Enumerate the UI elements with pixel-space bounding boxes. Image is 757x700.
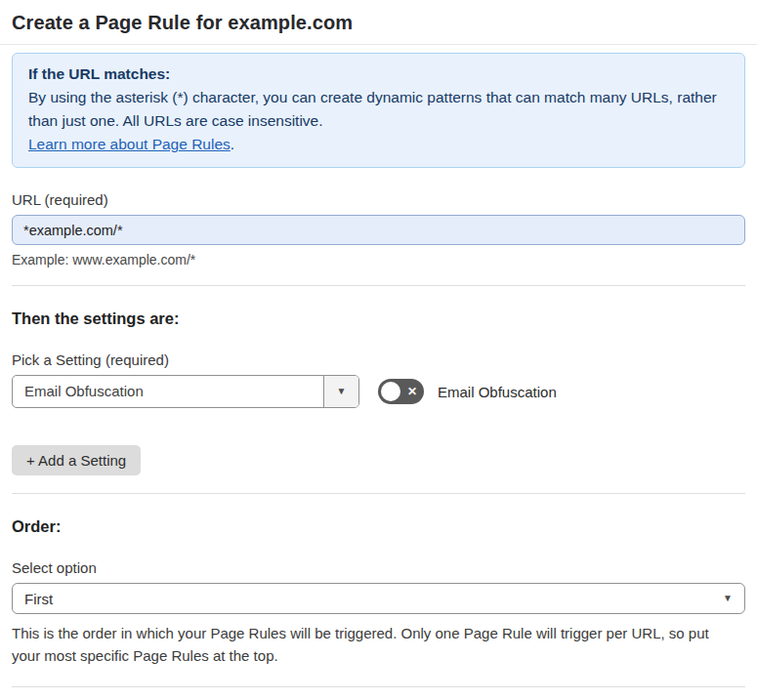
learn-more-link[interactable]: Learn more about Page Rules [28,136,231,152]
title-divider [0,44,757,45]
toggle-off-icon: ✕ [407,386,417,397]
link-period: . [231,136,234,152]
url-input[interactable] [12,215,745,245]
pick-setting-selected-value: Email Obfuscation [13,376,323,407]
url-field-label: URL (required) [12,191,745,208]
order-help-text: This is the order in which your Page Rul… [12,622,739,667]
email-obfuscation-toggle[interactable]: ✕ [378,379,424,404]
toggle-label: Email Obfuscation [438,384,557,400]
section-divider [12,285,745,286]
order-select[interactable]: First ▼ [12,583,745,614]
chevron-down-icon: ▼ [337,387,347,396]
settings-section-heading: Then the settings are: [12,309,745,328]
order-selected-value: First [24,591,53,607]
select-arrow-segment[interactable]: ▼ [323,376,358,407]
info-body: By using the asterisk (*) character, you… [28,86,729,133]
order-select-label: Select option [12,559,745,576]
setting-row: Email Obfuscation ▼ ✕ Email Obfuscation [12,375,745,408]
url-match-info-callout: If the URL matches: By using the asteris… [12,53,745,168]
order-section-heading: Order: [12,517,745,536]
info-link-line: Learn more about Page Rules. [28,133,729,156]
pick-setting-label: Pick a Setting (required) [12,351,745,368]
page-title: Create a Page Rule for example.com [0,0,757,44]
pick-setting-select[interactable]: Email Obfuscation ▼ [12,375,359,408]
toggle-knob [381,382,400,401]
chevron-down-icon: ▼ [723,594,733,603]
add-setting-button[interactable]: + Add a Setting [12,445,141,475]
footer-divider [12,686,745,687]
section-divider [12,493,745,494]
url-example-text: Example: www.example.com/* [12,252,745,268]
info-heading: If the URL matches: [28,62,729,86]
